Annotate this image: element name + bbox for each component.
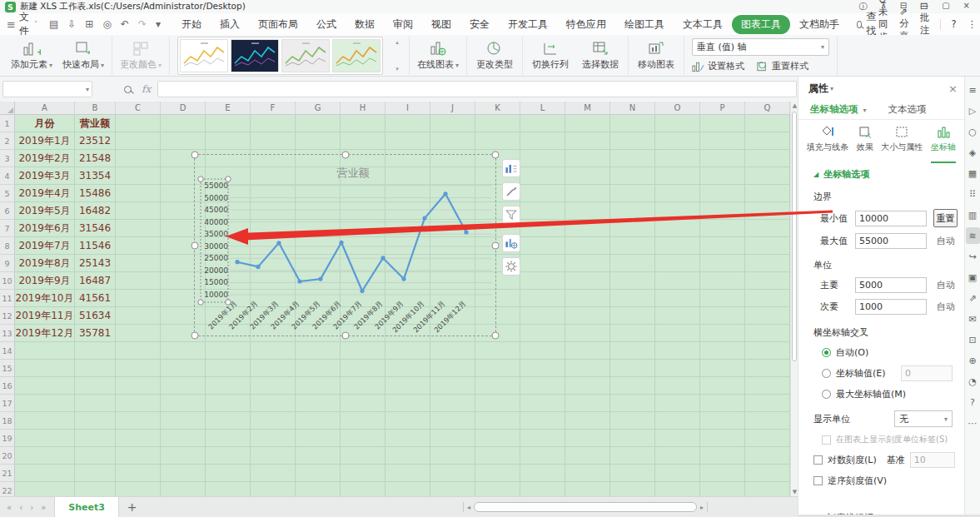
cell-A4[interactable]: 2019年3月	[15, 167, 75, 185]
column-header-M[interactable]: M	[565, 102, 610, 115]
cell-C9[interactable]	[116, 255, 161, 272]
chart-resize-handle[interactable]	[492, 152, 500, 159]
cell-J18[interactable]	[430, 412, 475, 430]
cell-Q14[interactable]	[745, 342, 790, 360]
cell-B20[interactable]	[75, 447, 116, 465]
cell-M14[interactable]	[565, 342, 610, 360]
cell-F16[interactable]	[251, 377, 296, 395]
online-chart-button[interactable]: 在线图表▾	[417, 40, 459, 71]
chart-style-button[interactable]	[502, 182, 520, 201]
column-header-P[interactable]: P	[700, 102, 745, 115]
cell-C19[interactable]	[116, 430, 161, 447]
cell-C22[interactable]	[116, 482, 161, 496]
last-sheet-icon[interactable]: »	[41, 503, 46, 512]
cell-I16[interactable]	[386, 377, 430, 395]
column-header-B[interactable]: B	[75, 102, 116, 115]
cell-E14[interactable]	[206, 342, 251, 360]
cell-Q16[interactable]	[745, 377, 790, 395]
sheet-tab-sheet3[interactable]: Sheet3	[54, 497, 119, 517]
cell-N7[interactable]	[610, 220, 655, 237]
menu-tab-视图[interactable]: 视图	[422, 15, 460, 34]
chart-pane-icon[interactable]: ▥	[966, 206, 980, 223]
cell-K17[interactable]	[475, 395, 520, 412]
cell-Q22[interactable]	[745, 482, 790, 496]
cell-M1[interactable]	[565, 115, 610, 132]
more-pane-icon[interactable]: ⋯	[966, 415, 980, 431]
cell-P10[interactable]	[700, 272, 745, 290]
scroll-right-icon[interactable]: ▸	[700, 504, 704, 511]
cell-N11[interactable]	[610, 290, 655, 307]
cell-H20[interactable]	[341, 447, 386, 465]
row-header-3[interactable]: 3	[0, 150, 15, 167]
menu-tab-插入[interactable]: 插入	[211, 15, 249, 34]
cell-F19[interactable]	[251, 430, 296, 447]
screenshot-icon[interactable]: ▣	[966, 269, 980, 286]
cell-Q10[interactable]	[745, 272, 790, 290]
cell-N19[interactable]	[610, 430, 655, 447]
cell-L6[interactable]	[520, 202, 565, 220]
min-value-input[interactable]	[855, 211, 927, 226]
cell-C18[interactable]	[116, 412, 161, 430]
menu-tab-文本工具[interactable]: 文本工具	[674, 15, 732, 34]
cell-O14[interactable]	[655, 342, 700, 360]
cell-J17[interactable]	[430, 395, 475, 412]
cell-O15[interactable]	[655, 360, 700, 377]
cell-N2[interactable]	[610, 132, 655, 150]
forward-icon[interactable]: ↪	[966, 248, 980, 265]
radio-selected-icon[interactable]	[822, 348, 831, 357]
cell-B5[interactable]: 15486	[75, 185, 116, 202]
cell-O12[interactable]	[655, 307, 700, 325]
minor-unit-input[interactable]	[855, 299, 927, 315]
cell-B19[interactable]	[75, 430, 116, 447]
cell-D1[interactable]	[161, 115, 206, 132]
cell-D17[interactable]	[161, 395, 206, 412]
cell-C7[interactable]	[116, 220, 161, 237]
cell-C2[interactable]	[116, 132, 161, 150]
reverse-order-checkbox[interactable]	[813, 476, 823, 485]
chart-style-thumbnail-2[interactable]	[231, 39, 279, 72]
cell-A8[interactable]: 2019年7月	[15, 237, 75, 255]
cell-K20[interactable]	[475, 447, 520, 465]
cell-F17[interactable]	[251, 395, 296, 412]
row-header-19[interactable]: 19	[0, 430, 15, 447]
cell-I22[interactable]	[386, 482, 430, 496]
row-header-9[interactable]: 9	[0, 255, 15, 272]
cell-M10[interactable]	[565, 272, 610, 290]
cell-B3[interactable]: 21548	[75, 150, 116, 167]
row-header-11[interactable]: 11	[0, 290, 15, 307]
cell-M9[interactable]	[565, 255, 610, 272]
cell-A17[interactable]	[15, 395, 75, 412]
cell-P17[interactable]	[700, 395, 745, 412]
column-header-I[interactable]: I	[386, 102, 430, 115]
cell-A3[interactable]: 2019年2月	[15, 150, 75, 167]
cell-M3[interactable]	[565, 150, 610, 167]
cell-J14[interactable]	[430, 342, 475, 360]
cell-A7[interactable]: 2019年6月	[15, 220, 75, 237]
cell-P21[interactable]	[700, 465, 745, 482]
cell-A12[interactable]: 2019年11月	[15, 307, 75, 325]
major-unit-input[interactable]	[855, 277, 927, 293]
chevron-down-icon[interactable]: ▾	[830, 85, 833, 92]
column-header-G[interactable]: G	[296, 102, 341, 115]
cell-L20[interactable]	[520, 447, 565, 465]
cell-E22[interactable]	[206, 482, 251, 496]
cell-N9[interactable]	[610, 255, 655, 272]
cell-J16[interactable]	[430, 377, 475, 395]
cell-B8[interactable]: 11546	[75, 237, 116, 255]
chart-style-thumbnail-1[interactable]	[180, 39, 228, 72]
scroll-left-icon[interactable]: ◂	[467, 504, 470, 511]
undo-icon[interactable]: ↶	[121, 18, 129, 30]
cell-D14[interactable]	[161, 342, 206, 360]
cell-P19[interactable]	[700, 430, 745, 447]
cell-P15[interactable]	[700, 360, 745, 377]
cell-N21[interactable]	[610, 465, 655, 482]
cell-C13[interactable]	[116, 325, 161, 342]
export-icon[interactable]: ⇩	[67, 18, 76, 30]
cell-A5[interactable]: 2019年4月	[15, 185, 75, 202]
cell-K2[interactable]	[475, 132, 520, 150]
cell-M7[interactable]	[565, 220, 610, 237]
cell-M4[interactable]	[565, 167, 610, 185]
row-header-16[interactable]: 16	[0, 377, 15, 395]
cell-A16[interactable]	[15, 377, 75, 395]
apps-icon[interactable]: ⠿	[966, 186, 980, 202]
